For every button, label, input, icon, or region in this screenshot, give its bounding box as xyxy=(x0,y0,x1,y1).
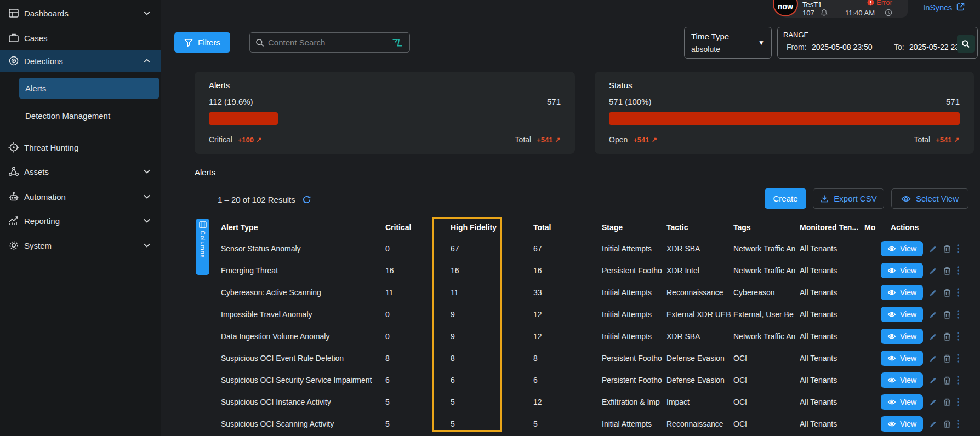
view-button[interactable]: View xyxy=(881,394,923,410)
delete-icon[interactable] xyxy=(943,267,951,275)
delete-icon[interactable] xyxy=(943,332,951,341)
edit-icon[interactable] xyxy=(929,267,937,275)
edit-icon[interactable] xyxy=(929,311,937,319)
trend-up-icon: ↗ xyxy=(651,136,657,144)
cell-alert-type[interactable]: Emerging Threat xyxy=(195,266,385,275)
view-button[interactable]: View xyxy=(881,351,923,366)
alerts-section-title: Alerts xyxy=(195,168,215,177)
sidebar-item-threat-hunting[interactable]: Threat Hunting xyxy=(0,137,161,158)
cell-alert-type[interactable]: Suspicious OCI Instance Activity xyxy=(195,398,385,406)
cell-alert-type[interactable]: Suspicious OCI Security Service Impairme… xyxy=(195,376,385,385)
delete-icon[interactable] xyxy=(943,420,951,428)
sidebar-item-dashboards[interactable]: Dashboards xyxy=(0,3,161,24)
delta-link[interactable]: +541 ↗ xyxy=(936,136,960,144)
create-button[interactable]: Create xyxy=(765,188,806,209)
sidebar-item-assets[interactable]: Assets xyxy=(0,161,161,182)
more-options-icon[interactable] xyxy=(957,310,959,319)
content-search-box[interactable] xyxy=(249,32,410,53)
header-total[interactable]: Total xyxy=(501,223,602,232)
delta-link[interactable]: +541 ↗ xyxy=(537,136,561,144)
cell-alert-type[interactable]: Cybereason: Active Scanning xyxy=(195,288,385,297)
delta-link[interactable]: +541 ↗ xyxy=(633,136,657,144)
cell-actions: View xyxy=(881,285,980,300)
trend-up-icon: ↗ xyxy=(954,136,960,144)
sidebar-item-label: Threat Hunting xyxy=(24,143,78,152)
bell-icon[interactable] xyxy=(821,9,828,16)
view-button-label: View xyxy=(900,398,916,406)
more-options-icon[interactable] xyxy=(957,376,959,385)
edit-icon[interactable] xyxy=(929,245,937,253)
cell-actions: View xyxy=(881,416,980,432)
edit-icon[interactable] xyxy=(929,398,937,406)
view-button-label: View xyxy=(900,310,916,319)
delete-icon[interactable] xyxy=(943,289,951,297)
sidebar-item-label: System xyxy=(24,241,52,250)
cell-alert-type[interactable]: Suspicious OCI Scanning Activity xyxy=(195,420,385,428)
view-button[interactable]: View xyxy=(881,372,923,388)
sidebar-item-cases[interactable]: Cases xyxy=(0,27,161,48)
header-monitored-tenants[interactable]: Monitored Ten... xyxy=(800,223,864,232)
view-button[interactable]: View xyxy=(881,285,923,300)
refresh-icon[interactable] xyxy=(302,195,311,204)
cell-alert-type[interactable]: Data Ingestion Volume Anomaly xyxy=(195,332,385,341)
cell-tactic: Impact xyxy=(666,398,733,406)
edit-icon[interactable] xyxy=(929,376,937,385)
time-type-dropdown[interactable]: Time Type absolute ▼ xyxy=(684,27,772,59)
sidebar-item-alerts[interactable]: Alerts xyxy=(19,78,159,99)
sidebar-item-detections[interactable]: Detections xyxy=(0,50,161,72)
edit-icon[interactable] xyxy=(929,354,937,363)
filters-button[interactable]: Filters xyxy=(174,32,230,53)
header-critical[interactable]: Critical xyxy=(385,223,434,232)
cell-alert-type[interactable]: Impossible Travel Anomaly xyxy=(195,310,385,319)
more-options-icon[interactable] xyxy=(957,288,959,297)
edit-icon[interactable] xyxy=(929,289,937,297)
sidebar-item-detection-management[interactable]: Detection Management xyxy=(19,105,159,126)
lucene-syntax-icon[interactable] xyxy=(392,38,404,47)
edit-icon[interactable] xyxy=(929,420,937,428)
more-options-icon[interactable] xyxy=(957,266,959,275)
view-button[interactable]: View xyxy=(881,241,923,256)
header-tags[interactable]: Tags xyxy=(733,223,800,232)
export-csv-button[interactable]: Export CSV xyxy=(813,188,884,209)
more-options-icon[interactable] xyxy=(957,354,959,363)
sidebar-item-system[interactable]: System xyxy=(0,235,161,256)
columns-tab[interactable]: Columns xyxy=(196,219,209,275)
delete-icon[interactable] xyxy=(943,354,951,363)
content-search-input[interactable] xyxy=(268,38,388,47)
delete-icon[interactable] xyxy=(943,245,951,253)
more-options-icon[interactable] xyxy=(957,332,959,341)
external-link-icon[interactable] xyxy=(956,2,965,12)
header-mo[interactable]: Mo xyxy=(864,223,881,232)
view-button[interactable]: View xyxy=(881,307,923,322)
caret-down-icon: ▼ xyxy=(758,39,765,47)
delete-icon[interactable] xyxy=(943,376,951,385)
view-button[interactable]: View xyxy=(881,329,923,344)
delete-icon[interactable] xyxy=(943,311,951,319)
results-count: 1 – 20 of 102 Results xyxy=(218,195,295,204)
sidebar-item-reporting[interactable]: Reporting xyxy=(0,210,161,231)
insyncs-link[interactable]: InSyncs xyxy=(923,3,952,12)
cell-critical: 5 xyxy=(385,398,434,406)
clock-icon xyxy=(885,9,892,16)
header-alert-type[interactable]: Alert Type xyxy=(195,223,385,232)
range-from-value[interactable]: 2025-05-08 23:50 xyxy=(812,43,873,51)
more-options-icon[interactable] xyxy=(957,398,959,406)
cell-alert-type[interactable]: Suspicious OCI Event Rule Deletion xyxy=(195,354,385,363)
header-tactic[interactable]: Tactic xyxy=(666,223,733,232)
sidebar-item-automation[interactable]: Automation xyxy=(0,186,161,207)
more-options-icon[interactable] xyxy=(957,420,959,428)
username-link[interactable]: TesT1 xyxy=(802,1,822,9)
delete-icon[interactable] xyxy=(943,398,951,406)
cell-alert-type[interactable]: Sensor Status Anomaly xyxy=(195,244,385,253)
select-view-button[interactable]: Select View xyxy=(891,188,968,209)
delta-link[interactable]: +100 ↗ xyxy=(238,136,262,144)
header-high-fidelity[interactable]: High Fidelity xyxy=(434,223,501,232)
columns-tab-label: Columns xyxy=(200,231,206,258)
edit-icon[interactable] xyxy=(929,332,937,341)
view-button-label: View xyxy=(900,266,916,275)
view-button[interactable]: View xyxy=(881,263,923,278)
header-stage[interactable]: Stage xyxy=(602,223,666,232)
view-button[interactable]: View xyxy=(881,416,923,432)
more-options-icon[interactable] xyxy=(957,244,959,253)
range-search-button[interactable] xyxy=(957,35,975,53)
